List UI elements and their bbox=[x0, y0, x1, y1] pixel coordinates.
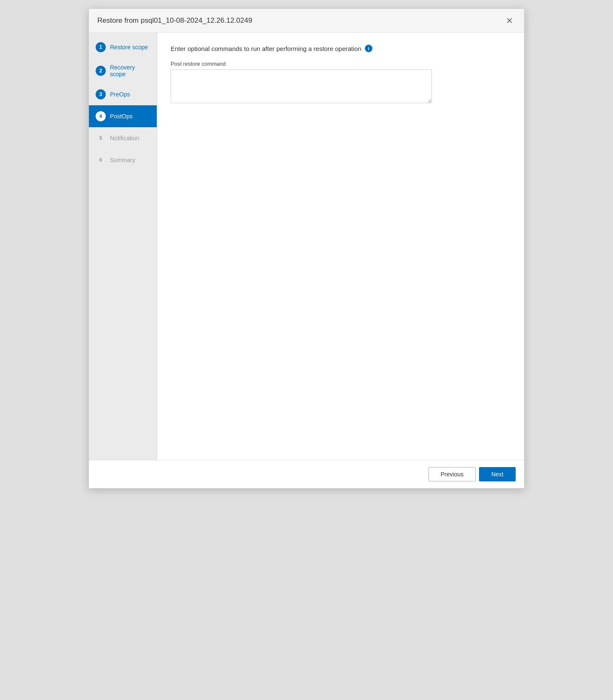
sidebar-item-restore-scope[interactable]: 1 Restore scope bbox=[89, 36, 157, 58]
post-restore-field-group: Post restore command bbox=[171, 61, 511, 105]
sidebar-item-preops[interactable]: 3 PreOps bbox=[89, 83, 157, 105]
section-heading: Enter optional commands to run after per… bbox=[171, 45, 511, 52]
step-4-circle: 4 bbox=[96, 111, 106, 121]
step-1-circle: 1 bbox=[96, 42, 106, 52]
dialog-header: Restore from psql01_10-08-2024_12.26.12.… bbox=[89, 9, 524, 33]
info-icon[interactable]: i bbox=[365, 45, 372, 52]
dialog-footer: Previous Next bbox=[89, 460, 524, 488]
previous-button[interactable]: Previous bbox=[428, 467, 476, 481]
close-button[interactable]: ✕ bbox=[503, 16, 516, 26]
sidebar-item-notification: 5 Notification bbox=[89, 127, 157, 149]
step-1-label: Restore scope bbox=[110, 44, 148, 51]
dialog-title: Restore from psql01_10-08-2024_12.26.12.… bbox=[97, 16, 252, 25]
step-6-label: Summary bbox=[110, 157, 135, 163]
step-5-circle: 5 bbox=[96, 133, 106, 143]
sidebar-item-summary: 6 Summary bbox=[89, 149, 157, 171]
step-4-label: PostOps bbox=[110, 113, 133, 120]
step-3-label: PreOps bbox=[110, 91, 130, 98]
sidebar: 1 Restore scope 2 Recovery scope 3 PreOp… bbox=[89, 33, 157, 460]
restore-dialog: Restore from psql01_10-08-2024_12.26.12.… bbox=[88, 8, 525, 489]
sidebar-item-recovery-scope[interactable]: 2 Recovery scope bbox=[89, 58, 157, 83]
step-2-label: Recovery scope bbox=[110, 64, 150, 77]
post-restore-label: Post restore command bbox=[171, 61, 511, 67]
step-6-circle: 6 bbox=[96, 155, 106, 165]
next-button[interactable]: Next bbox=[479, 467, 516, 481]
section-title-text: Enter optional commands to run after per… bbox=[171, 45, 361, 52]
sidebar-item-postops[interactable]: 4 PostOps bbox=[89, 105, 157, 127]
step-3-circle: 3 bbox=[96, 89, 106, 99]
main-content: Enter optional commands to run after per… bbox=[157, 33, 524, 460]
step-5-label: Notification bbox=[110, 135, 139, 142]
post-restore-command-input[interactable] bbox=[171, 69, 432, 103]
step-2-circle: 2 bbox=[96, 66, 106, 76]
dialog-body: 1 Restore scope 2 Recovery scope 3 PreOp… bbox=[89, 33, 524, 460]
